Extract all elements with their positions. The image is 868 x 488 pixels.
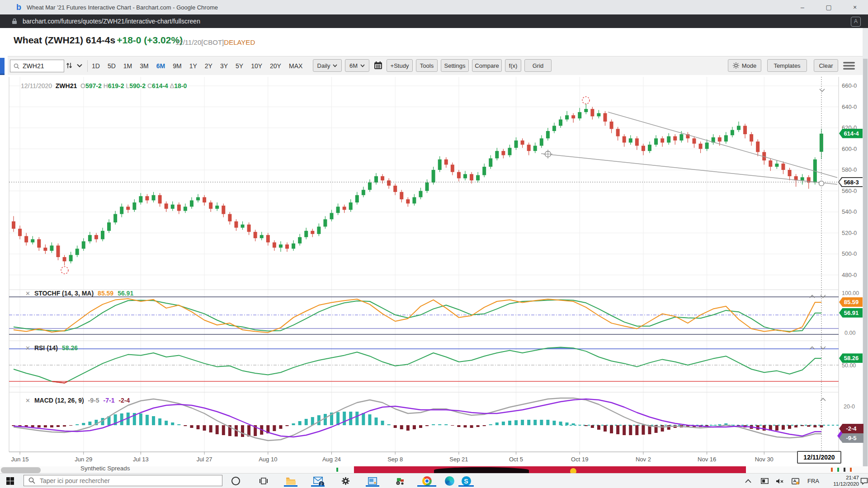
grid-button[interactable]: Grid [524,59,552,72]
exchange-label: [CBOT] [201,38,224,46]
macd-line-badge: -9-5 [839,433,863,443]
cortana-icon[interactable] [230,475,241,487]
file-explorer-icon[interactable] [285,475,297,487]
stochf-panel-header: ✕ STOCHF (14, 3, MA) 85.59 56.91 [25,290,133,297]
add-study-button[interactable]: +Study [387,59,413,72]
language-indicator[interactable]: FRA [807,478,819,484]
chevron-down-icon [360,64,365,67]
menu-icon[interactable] [843,62,855,71]
close-icon[interactable]: ✕ [25,397,30,404]
timeframe-1d[interactable]: 1D [92,62,100,70]
mail-icon[interactable]: 2 [312,475,324,487]
timeframe-2y[interactable]: 2Y [205,62,212,70]
timeframe-max[interactable]: MAX [289,62,302,70]
tractor-app-icon[interactable] [394,475,406,487]
price-axis-label: 600-0 [842,145,863,152]
taskbar-search-input[interactable] [39,477,222,485]
edge-icon[interactable] [443,475,455,487]
timeframe-3m[interactable]: 3M [140,62,148,70]
timeframe-20y[interactable]: 20Y [270,62,281,70]
rsi-panel-header: ✕ RSI (14) 58.26 [25,344,78,352]
chevron-down-icon [333,64,337,67]
chart-canvas[interactable]: 12/11/2020 ZWH21 O597-2 H619-2 L590-2 C6… [0,75,868,466]
fx-button[interactable]: f(x) [505,59,521,72]
synthetic-spreads-link[interactable]: Synthetic Spreads [80,466,130,472]
rsi-mid-label: 50.00 [842,362,856,369]
notification-center-icon[interactable] [858,475,868,487]
tools-button[interactable]: Tools [416,59,438,72]
collapse-rsi-icon[interactable] [809,343,816,347]
close-icon[interactable]: ✕ [25,290,30,297]
timeframe-10y[interactable]: 10Y [251,62,262,70]
start-button[interactable] [6,477,14,487]
macd-level-label: 20-0 [844,404,855,410]
maximize-button[interactable]: ▢ [816,0,842,14]
calendar-icon[interactable] [374,61,382,71]
display-tray-icon[interactable] [759,475,770,487]
window-titlebar: b Wheat Mar '21 Futures Interactive Char… [0,0,868,15]
settings-gear-icon[interactable] [340,475,351,487]
toolbar-divider [87,60,88,72]
close-icon[interactable]: ✕ [25,345,30,352]
settings-button[interactable]: Settings [441,59,469,72]
clock[interactable]: 21:47 11/12/2020 [825,474,859,487]
app-window-icon[interactable] [367,475,378,487]
timeframe-5d[interactable]: 5D [108,62,116,70]
compare-button[interactable]: Compare [472,59,502,72]
x-axis-label: Nov 30 [755,456,774,463]
quote-date: 12/11/20 [175,38,201,46]
tray-chevron-icon[interactable] [742,475,754,487]
ime-tray-icon[interactable] [789,475,801,487]
url-text[interactable]: barchart.com/futures/quotes/ZWH21/intera… [23,18,200,25]
close-button[interactable]: × [842,0,868,14]
price-axis-label: 580-0 [842,166,863,173]
last-price-badge: 614-4 [839,129,863,138]
clear-button[interactable]: Clear [814,59,838,72]
page-scrollbar[interactable] [863,28,868,473]
compare-symbols-icon[interactable] [66,61,82,70]
mini-candle-icon [336,468,338,472]
expand-rsi-icon[interactable] [820,343,826,347]
taskbar-search[interactable] [24,475,222,486]
timeframe-6m[interactable]: 6M [156,62,165,70]
chrome-icon[interactable] [421,475,433,487]
search-icon [28,477,35,484]
volume-muted-icon[interactable] [774,475,786,487]
quote-header: Wheat (ZWH21) 614-4s+18-0 (+3.02%) 12/11… [0,28,868,56]
timeframe-1m[interactable]: 1M [123,62,132,70]
task-view-icon[interactable] [258,475,269,487]
translate-icon[interactable]: A [851,17,861,27]
mini-tick [850,468,852,472]
macd-signal-value: -7-1 [104,397,115,404]
timeframe-5y[interactable]: 5Y [236,62,243,70]
collapse-stochf-icon[interactable] [809,292,816,296]
x-axis-label: Nov 16 [698,456,716,463]
templates-button[interactable]: Templates [767,59,807,72]
window-title: Wheat Mar '21 Futures Interactive Chart … [27,4,218,11]
mini-tick [837,468,839,472]
skype-icon[interactable]: S [460,475,472,487]
page-background-strip: Synthetic Spreads [0,466,868,473]
symbol-search[interactable] [10,60,64,72]
timeframe-3y[interactable]: 3Y [220,62,228,70]
timeframe-9m[interactable]: 9M [173,62,181,70]
lock-icon [12,18,17,24]
timeframe-1y[interactable]: 1Y [189,62,197,70]
barchart-favicon-icon: b [16,0,21,14]
range-dropdown[interactable]: 6M [345,59,369,72]
minimize-button[interactable]: – [789,0,816,14]
price-chart[interactable] [0,75,868,466]
stochf-bottom-label: 0.00 [844,330,855,336]
stochf-d-badge: 56.91 [839,308,863,318]
page-left-accent [0,58,5,74]
browser-address-bar[interactable]: barchart.com/futures/quotes/ZWH21/intera… [0,14,868,28]
frequency-dropdown[interactable]: Daily [313,59,342,72]
mode-button[interactable]: Mode [728,59,761,72]
price-change: +18-0 (+3.02%) [117,35,183,45]
collapse-macd-icon[interactable] [820,395,826,399]
collapse-main-icon[interactable] [819,86,826,90]
symbol-input[interactable] [22,62,60,70]
price-axis-label: 520-0 [842,230,863,236]
expand-stochf-icon[interactable] [820,292,826,296]
scrollbar-thumb[interactable] [863,59,868,468]
